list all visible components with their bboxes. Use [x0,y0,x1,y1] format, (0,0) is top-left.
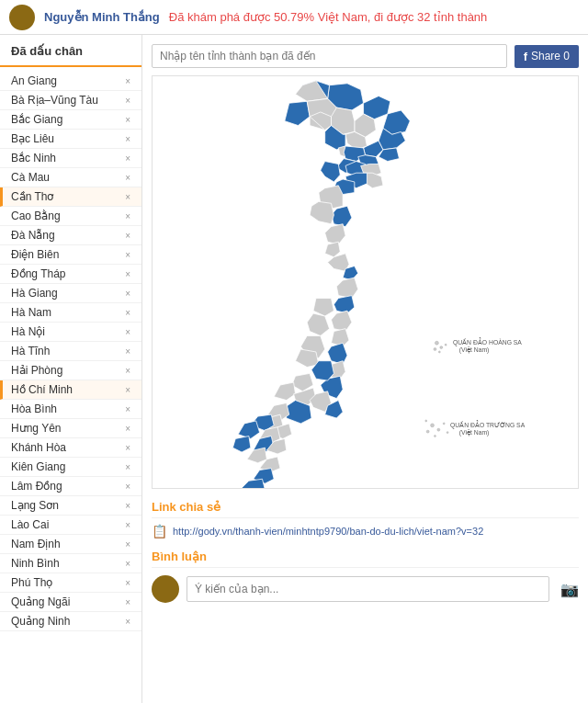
svg-point-8 [443,423,445,425]
remove-province-button[interactable]: × [125,76,130,86]
facebook-icon: f [524,50,527,63]
svg-point-4 [438,351,440,353]
remove-province-button[interactable]: × [125,153,130,164]
sidebar-item-label: Phú Thọ [11,576,52,589]
comment-input[interactable] [187,576,549,602]
sidebar-item: Hải Phòng× [0,361,141,380]
sidebar-item: Cà Mau× [0,168,141,187]
remove-province-button[interactable]: × [125,443,130,453]
remove-province-button[interactable]: × [125,192,130,202]
remove-province-button[interactable]: × [125,96,130,106]
main-content: Đã dấu chân An Giang×Bà Rịa–Vũng Tàu×Bắc… [0,35,588,703]
share-button-label: Share 0 [531,50,570,62]
remove-province-button[interactable]: × [125,134,130,144]
svg-point-6 [437,428,440,431]
sidebar-item-label: Đà Nẵng [11,229,55,242]
hoang-sa-sub-label: (Việt Nam) [459,346,490,354]
remove-province-button[interactable]: × [125,520,130,530]
remove-province-button[interactable]: × [125,404,130,414]
sidebar-item: Hòa Bình× [0,400,141,419]
sidebar-item-label: Lạng Sơn [11,499,59,512]
sidebar-item-label: Hà Giang [11,287,58,300]
hoang-sa-label: QUẦN ĐẢO HOÀNG SA [453,337,522,346]
remove-province-button[interactable]: × [125,559,130,569]
sidebar-item: Hồ Chí Minh× [0,380,141,400]
remove-province-button[interactable]: × [125,424,130,434]
remove-province-button[interactable]: × [125,346,130,357]
svg-point-5 [431,424,435,427]
sidebar-item: Đà Nẵng× [0,226,141,245]
sidebar-item-label: Bắc Ninh [11,152,56,164]
remove-province-button[interactable]: × [125,462,130,472]
comment-input-row: 📷 [152,575,579,603]
svg-point-3 [445,344,447,346]
remove-province-button[interactable]: × [125,539,130,550]
remove-province-button[interactable]: × [125,578,130,588]
avatar [9,5,35,30]
svg-point-9 [434,436,435,437]
sidebar-item-label: Bà Rịa–Vũng Tàu [11,94,98,107]
sidebar-item: Điện Biên× [0,245,141,265]
sidebar-item: An Giang× [0,72,141,91]
sidebar-item: Lạng Sơn× [0,496,141,516]
sidebar-item-label: Hải Phòng [11,364,62,377]
remove-province-button[interactable]: × [125,269,130,279]
sidebar-item: Khánh Hòa× [0,438,141,458]
sidebar-item-label: Hưng Yên [11,422,61,435]
sidebar-item: Hưng Yên× [0,419,141,438]
share-button[interactable]: f Share 0 [514,45,579,68]
remove-province-button[interactable]: × [125,366,130,376]
sidebar-item: Hà Giang× [0,284,141,303]
sidebar-item: Đồng Tháp× [0,265,141,284]
remove-province-button[interactable]: × [125,617,130,627]
svg-point-7 [426,430,429,433]
share-url[interactable]: http://gody.vn/thanh-vien/minhtntp9790/b… [173,526,483,537]
sidebar-item-label: Lâm Đồng [11,480,62,493]
comment-avatar [152,575,179,603]
remove-province-button[interactable]: × [125,482,130,492]
remove-province-button[interactable]: × [125,308,130,318]
sidebar-item-label: Điện Biên [11,248,59,261]
sidebar-item: Lâm Đồng× [0,477,141,496]
remove-province-button[interactable]: × [125,501,130,511]
sidebar-item-label: Cần Thơ [11,190,53,203]
remove-province-button[interactable]: × [125,385,130,395]
sidebar-item: Hà Nam× [0,303,141,323]
svg-point-0 [435,341,438,345]
remove-province-button[interactable]: × [125,173,130,183]
sidebar-item: Bắc Giang× [0,110,141,130]
comment-section-title: Bình luận [152,550,579,568]
sidebar-item-label: Cà Mau [11,171,50,184]
sidebar-item: Ninh Bình× [0,554,141,573]
sidebar-item-label: Quảng Ngãi [11,595,70,608]
remove-province-button[interactable]: × [125,250,130,260]
sidebar-item-label: Bắc Giang [11,113,62,126]
sidebar-item: Cao Bằng× [0,207,141,226]
svg-point-10 [425,420,427,422]
sidebar-item-label: Đồng Tháp [11,267,65,280]
sidebar-item-label: Cao Bằng [11,210,61,222]
truong-sa-label: QUẦN ĐẢO TRƯỜNG SA [450,420,526,429]
remove-province-button[interactable]: × [125,115,130,125]
province-input[interactable] [152,44,507,68]
sidebar-item-label: Quảng Ninh [11,615,70,628]
sidebar-item: Kiên Giang× [0,458,141,477]
sidebar-item: Quảng Ngãi× [0,593,141,612]
sidebar-item: Bà Rịa–Vũng Tàu× [0,91,141,110]
remove-province-button[interactable]: × [125,231,130,241]
sidebar-item: Lào Cai× [0,516,141,535]
sidebar-item: Bắc Ninh× [0,149,141,168]
svg-point-2 [434,348,436,351]
remove-province-button[interactable]: × [125,327,130,337]
truong-sa-sub-label: (Việt Nam) [459,429,490,437]
vietnam-map: QUẦN ĐẢO HOÀNG SA (Việt Nam) QUẦN ĐẢO TR… [152,75,579,489]
remove-province-button[interactable]: × [125,289,130,299]
remove-province-button[interactable]: × [125,597,130,607]
link-section: Link chia sẻ 📋 http://gody.vn/thanh-vien… [152,500,579,539]
sidebar-item-label: Hà Nội [11,325,45,338]
camera-icon[interactable]: 📷 [560,581,579,598]
sidebar-item-label: An Giang [11,74,57,87]
copy-icon[interactable]: 📋 [152,524,167,539]
remove-province-button[interactable]: × [125,211,130,221]
sidebar-item-label: Lào Cai [11,518,49,531]
